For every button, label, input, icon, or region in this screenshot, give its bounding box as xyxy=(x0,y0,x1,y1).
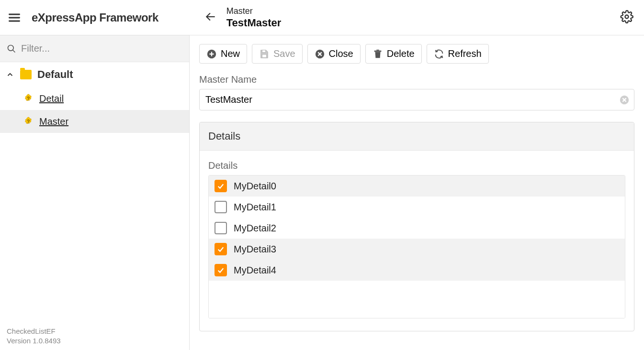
details-list-label: Details xyxy=(208,160,625,171)
details-row-label: MyDetail3 xyxy=(234,244,276,255)
nav-item-label: Master xyxy=(39,116,68,127)
topbar: eXpressApp Framework Master TestMaster xyxy=(0,0,644,35)
check-icon xyxy=(216,266,225,274)
master-name-label: Master Name xyxy=(199,74,634,85)
svg-text:?: ? xyxy=(27,119,30,124)
checkbox[interactable] xyxy=(215,222,227,234)
save-button[interactable]: Save xyxy=(252,44,303,64)
svg-rect-18 xyxy=(376,49,379,50)
button-label: New xyxy=(221,48,240,59)
refresh-icon xyxy=(434,49,444,59)
close-circle-icon xyxy=(619,95,630,105)
gear-icon xyxy=(620,10,633,23)
nav-group-label: Default xyxy=(37,68,73,81)
chevron-up-icon xyxy=(6,70,14,79)
details-row[interactable]: MyDetail0 xyxy=(209,175,625,197)
arrow-left-icon xyxy=(204,11,217,23)
nav-group-default[interactable]: Default xyxy=(0,62,189,87)
details-row[interactable]: MyDetail1 xyxy=(209,197,625,218)
svg-text:?: ? xyxy=(27,96,30,101)
refresh-button[interactable]: Refresh xyxy=(427,44,489,64)
unknown-type-icon: ? xyxy=(23,116,34,127)
svg-rect-13 xyxy=(262,54,266,57)
trash-icon xyxy=(373,49,383,59)
clear-input-button[interactable] xyxy=(619,95,630,105)
nav-item-label: Detail xyxy=(39,93,64,104)
delete-button[interactable]: Delete xyxy=(365,44,422,64)
check-icon xyxy=(216,245,225,253)
hamburger-icon xyxy=(8,11,21,24)
checkbox[interactable] xyxy=(215,201,227,213)
master-name-input[interactable] xyxy=(199,89,634,110)
checkbox[interactable] xyxy=(215,243,227,255)
details-row-label: MyDetail0 xyxy=(234,181,276,192)
footer-version: Version 1.0.8493 xyxy=(7,336,182,346)
back-button[interactable] xyxy=(202,8,220,28)
list-filler xyxy=(209,281,625,318)
checkbox[interactable] xyxy=(215,264,227,276)
details-panel-header: Details xyxy=(200,122,634,151)
plus-circle-icon xyxy=(206,49,217,59)
svg-line-6 xyxy=(13,50,15,52)
new-button[interactable]: New xyxy=(199,44,247,64)
footer-app-name: CheckedListEF xyxy=(7,327,182,336)
details-check-list: MyDetail0MyDetail1MyDetail2MyDetail3MyDe… xyxy=(208,175,625,318)
breadcrumb-current: TestMaster xyxy=(226,16,282,30)
nav-item-detail[interactable]: ? Detail xyxy=(0,87,189,110)
settings-button[interactable] xyxy=(620,10,633,25)
folder-icon xyxy=(20,70,32,79)
app-title: eXpressApp Framework xyxy=(32,11,158,24)
details-row-label: MyDetail2 xyxy=(234,223,276,234)
button-label: Save xyxy=(273,48,295,59)
breadcrumb-parent[interactable]: Master xyxy=(226,6,282,17)
svg-rect-17 xyxy=(374,50,381,52)
svg-rect-12 xyxy=(262,50,265,52)
main-content: New Save Close Delete Refresh Master Nam… xyxy=(190,35,644,350)
details-row[interactable]: MyDetail4 xyxy=(209,260,625,281)
details-row-label: MyDetail1 xyxy=(234,202,276,213)
close-circle-icon xyxy=(315,49,325,59)
details-row-label: MyDetail4 xyxy=(234,265,276,276)
filter-input[interactable] xyxy=(21,43,182,54)
checkbox[interactable] xyxy=(215,180,227,192)
filter-bar xyxy=(0,35,189,62)
button-label: Close xyxy=(329,48,353,59)
svg-point-5 xyxy=(8,45,14,51)
close-button[interactable]: Close xyxy=(307,44,361,64)
check-icon xyxy=(216,182,225,190)
details-panel: Details Details MyDetail0MyDetail1MyDeta… xyxy=(199,122,634,331)
nav-item-master[interactable]: ? Master xyxy=(0,110,189,133)
nav-tree: Default ? Detail ? Master xyxy=(0,62,189,324)
hamburger-menu-button[interactable] xyxy=(0,11,29,24)
breadcrumb: Master TestMaster xyxy=(202,6,282,30)
button-label: Delete xyxy=(387,48,415,59)
toolbar: New Save Close Delete Refresh xyxy=(199,44,634,64)
save-icon xyxy=(259,49,270,59)
details-row[interactable]: MyDetail2 xyxy=(209,218,625,239)
search-icon xyxy=(7,44,16,54)
sidebar: Default ? Detail ? Master CheckedListEF … xyxy=(0,35,190,350)
svg-point-4 xyxy=(625,15,629,18)
sidebar-footer: CheckedListEF Version 1.0.8493 xyxy=(0,324,189,350)
unknown-type-icon: ? xyxy=(23,93,34,104)
details-row[interactable]: MyDetail3 xyxy=(209,239,625,260)
button-label: Refresh xyxy=(448,48,482,59)
